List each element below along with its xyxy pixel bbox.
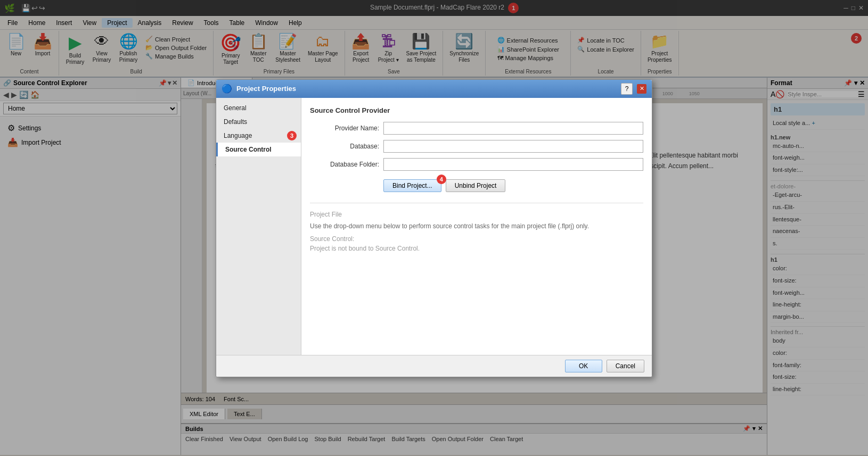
database-input[interactable] [383, 140, 643, 153]
unbind-project-button[interactable]: Unbind Project [446, 179, 506, 192]
database-folder-label: Database Folder: [310, 161, 379, 168]
database-folder-input[interactable] [383, 158, 643, 171]
modal-overlay[interactable]: 🔵 Project Properties ? ✕ General Default… [0, 0, 868, 456]
not-bound-message: Project is not bound to Source Control. [310, 245, 643, 252]
database-folder-row: Database Folder: [310, 158, 643, 171]
modal-help-button[interactable]: ? [621, 83, 633, 95]
provider-name-row: Provider Name: [310, 122, 643, 135]
modal-nav-defaults[interactable]: Defaults [216, 115, 301, 129]
modal-ok-button[interactable]: OK [565, 360, 602, 372]
modal-close-button[interactable]: ✕ [637, 84, 646, 94]
modal-sidebar: General Defaults Language 3 Source Contr… [216, 98, 301, 355]
modal-titlebar: 🔵 Project Properties ? ✕ [216, 80, 652, 98]
source-control-sublabel: Source Control: [310, 235, 643, 243]
project-properties-modal: 🔵 Project Properties ? ✕ General Default… [216, 79, 652, 377]
modal-icon: 🔵 [222, 84, 232, 94]
bind-unbind-row: Bind Project... 4 Unbind Project [383, 179, 643, 192]
project-file-section: Project File Use the drop-down menu belo… [310, 203, 643, 252]
project-file-label: Project File [310, 211, 643, 218]
modal-footer: OK Cancel [216, 355, 652, 377]
step4-badge: 4 [437, 175, 446, 184]
modal-body: General Defaults Language 3 Source Contr… [216, 98, 652, 355]
modal-nav-language[interactable]: Language 3 [216, 129, 301, 143]
modal-nav-general[interactable]: General [216, 101, 301, 115]
database-row: Database: [310, 140, 643, 153]
modal-title: Project Properties [236, 85, 617, 93]
modal-content: Source Control Provider Provider Name: D… [301, 98, 652, 355]
step3-badge: 3 [287, 131, 297, 140]
provider-name-label: Provider Name: [310, 125, 379, 132]
modal-nav-source-control[interactable]: Source Control [216, 143, 301, 156]
provider-name-input[interactable] [383, 122, 643, 135]
project-file-desc: Use the drop-down menu below to perform … [310, 222, 643, 230]
database-label: Database: [310, 143, 379, 150]
modal-cancel-button[interactable]: Cancel [607, 360, 644, 372]
source-control-provider-title: Source Control Provider [310, 106, 643, 114]
bind-project-button[interactable]: Bind Project... 4 [383, 179, 441, 192]
bind-project-label: Bind Project... [392, 182, 432, 189]
